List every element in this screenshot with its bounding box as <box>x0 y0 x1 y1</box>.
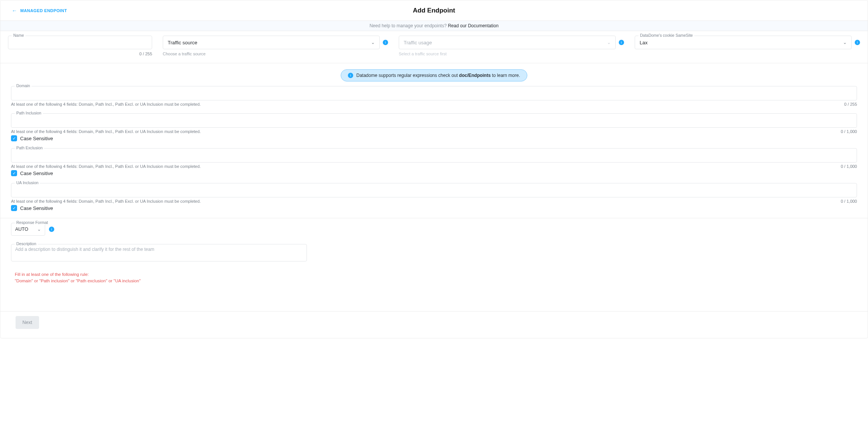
description-input[interactable]: Add a description to distinguish it and … <box>11 244 307 261</box>
traffic-source-hint: Choose a traffic source <box>163 52 388 56</box>
bottom-bar: Next <box>0 311 868 338</box>
info-icon: i <box>348 73 353 78</box>
response-format-value: AUTO <box>15 227 28 232</box>
arrow-left-icon: ← <box>12 8 17 13</box>
cookie-label: DataDome's cookie SameSite <box>638 33 694 38</box>
ua-inclusion-case-checkbox[interactable] <box>11 205 17 211</box>
ua-inclusion-case-label: Case Sensitive <box>20 205 53 211</box>
chevron-down-icon: ⌄ <box>371 40 375 45</box>
path-inclusion-counter: 0 / 1,000 <box>841 129 857 134</box>
path-inclusion-case-label: Case Sensitive <box>20 136 53 141</box>
error-line1: Fill in at least one of the following ru… <box>15 271 853 278</box>
response-format-select[interactable]: AUTO ⌄ <box>11 223 45 236</box>
path-exclusion-label: Path Exclusion <box>15 146 44 150</box>
path-inclusion-label: Path Inclusion <box>15 111 43 115</box>
name-input[interactable] <box>8 36 152 49</box>
description-placeholder: Add a description to distinguish it and … <box>15 247 154 252</box>
path-exclusion-case-checkbox[interactable] <box>11 170 17 176</box>
doc-link[interactable]: Read our Documentation <box>448 23 498 28</box>
error-line2: "Domain" or "Path inclusion" or "Path ex… <box>15 278 853 284</box>
cookie-samesite-select[interactable]: Lax ⌄ <box>635 36 852 49</box>
validation-error: Fill in at least one of the following ru… <box>11 271 857 285</box>
path-exclusion-hint: At least one of the following 4 fields: … <box>11 164 201 169</box>
traffic-usage-hint: Select a traffic source first <box>399 52 624 56</box>
domain-input[interactable] <box>11 86 857 100</box>
traffic-usage-placeholder: Traffic usage <box>404 40 432 45</box>
back-link-label: MANAGED ENDPOINT <box>20 8 67 13</box>
regex-banner: i Datadome supports regular expressions … <box>341 69 527 81</box>
description-label: Description <box>15 241 38 246</box>
domain-label: Domain <box>15 83 31 88</box>
ua-inclusion-label: UA Inclusion <box>15 180 40 185</box>
next-button[interactable]: Next <box>16 316 39 329</box>
cookie-value: Lax <box>640 40 648 45</box>
path-inclusion-hint: At least one of the following 4 fields: … <box>11 129 201 134</box>
back-link[interactable]: ← MANAGED ENDPOINT <box>12 8 67 13</box>
path-exclusion-input[interactable] <box>11 148 857 163</box>
regex-suffix: to learn more. <box>491 73 520 78</box>
regex-doc-link[interactable]: doc/Endpoints <box>459 73 491 78</box>
path-exclusion-counter: 0 / 1,000 <box>841 164 857 169</box>
help-banner: Need help to manage your endpoints? Read… <box>0 21 868 31</box>
name-counter: 0 / 255 <box>8 52 152 56</box>
traffic-usage-select: Traffic usage ⌄ <box>399 36 616 49</box>
traffic-source-placeholder: Traffic source <box>168 40 197 45</box>
ua-inclusion-hint: At least one of the following 4 fields: … <box>11 199 201 203</box>
help-banner-prefix: Need help to manage your endpoints? <box>370 23 448 28</box>
info-icon[interactable]: i <box>383 40 388 45</box>
path-inclusion-input[interactable] <box>11 113 857 128</box>
chevron-down-icon: ⌄ <box>607 40 611 45</box>
domain-hint: At least one of the following 4 fields: … <box>11 102 201 106</box>
name-label: Name <box>12 33 25 38</box>
path-inclusion-case-checkbox[interactable] <box>11 135 17 141</box>
top-bar: ← MANAGED ENDPOINT Add Endpoint <box>0 0 868 21</box>
traffic-source-select[interactable]: Traffic source ⌄ <box>163 36 380 49</box>
path-exclusion-case-label: Case Sensitive <box>20 171 53 176</box>
info-icon[interactable]: i <box>619 40 624 45</box>
info-icon[interactable]: i <box>49 227 54 232</box>
chevron-down-icon: ⌄ <box>843 40 847 45</box>
ua-inclusion-counter: 0 / 1,000 <box>841 199 857 203</box>
regex-prefix: Datadome supports regular expressions ch… <box>356 73 459 78</box>
page-title: Add Endpoint <box>0 7 868 14</box>
ua-inclusion-input[interactable] <box>11 183 857 197</box>
chevron-down-icon: ⌄ <box>37 227 41 232</box>
domain-counter: 0 / 255 <box>844 102 857 106</box>
info-icon[interactable]: i <box>855 40 860 45</box>
response-format-label: Response Format <box>15 220 49 225</box>
